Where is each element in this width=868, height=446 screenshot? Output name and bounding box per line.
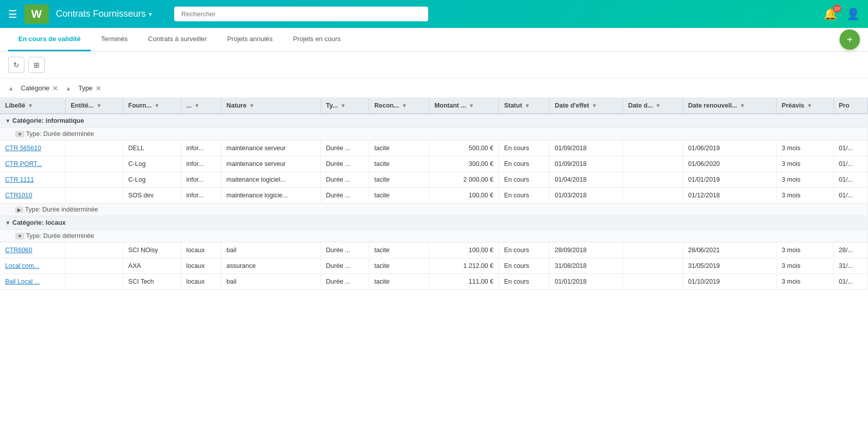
col-nature: Nature ▼ (221, 98, 320, 114)
cell-entite (66, 172, 123, 188)
cell-nature: bail (221, 274, 320, 290)
cell-nature: maintenance serveur (221, 141, 320, 156)
filter-extra-icon[interactable]: ▼ (194, 102, 200, 109)
cell-recon: tacite (369, 156, 429, 172)
cell-pro: 31/... (833, 258, 868, 274)
filter-chip-type-close[interactable]: ✕ (95, 85, 102, 92)
cell-type: Durée ... (320, 156, 369, 172)
filter-preavis-icon[interactable]: ▼ (807, 102, 813, 109)
cell-libelle[interactable]: Local com... (0, 258, 66, 274)
col-recon: Recon... ▼ (369, 98, 429, 114)
notification-icon[interactable]: 🔔 10 (823, 8, 837, 21)
cell-fournisseur: C-Log (123, 156, 181, 172)
cell-libelle[interactable]: CTR 565610 (0, 141, 66, 156)
subgroup-toggle-icon[interactable]: ▶ (15, 207, 23, 213)
cell-pro: 01/... (833, 172, 868, 188)
col-date-d: Date d... ▼ (623, 98, 683, 114)
table-header-row: Libellé ▼ Entité... ▼ Fourn... ▼ (0, 98, 868, 114)
cell-date-renouv: 01/06/2020 (683, 156, 776, 172)
cell-date-effet: 01/04/2018 (550, 172, 623, 188)
filter-type-icon[interactable]: ▼ (340, 102, 346, 109)
cell-statut: En cours (499, 156, 550, 172)
dropdown-arrow-icon[interactable]: ▾ (149, 11, 152, 18)
subgroup-toggle-icon[interactable]: ▼ (15, 233, 24, 239)
table-row: CTR 565610DELLinfor...maintenance serveu… (0, 141, 868, 156)
user-icon[interactable]: 👤 (846, 8, 860, 21)
cell-libelle[interactable]: CTR1010 (0, 188, 66, 203)
cell-type: Durée ... (320, 172, 369, 188)
cell-fournisseur: SCI Tech (123, 274, 181, 290)
export-button[interactable]: ⊞ (28, 57, 45, 73)
tab-termines[interactable]: Terminés (91, 28, 138, 51)
cell-nature: bail (221, 243, 320, 258)
filter-chip-type[interactable]: Type ✕ (76, 83, 104, 93)
tab-en-cours[interactable]: En cours de validité (8, 28, 91, 51)
cell-type: Durée ... (320, 243, 369, 258)
filter-montant-icon[interactable]: ▼ (469, 102, 474, 109)
search-input[interactable] (174, 7, 428, 21)
col-extra: ... ▼ (181, 98, 221, 114)
cell-recon: tacite (369, 188, 429, 203)
cell-preavis: 3 mois (777, 274, 833, 290)
cell-fournisseur: C-Log (123, 172, 181, 188)
cell-date-renouv: 01/10/2019 (683, 274, 776, 290)
cell-libelle[interactable]: CTR PORT... (0, 156, 66, 172)
cell-nature: assurance (221, 258, 320, 274)
filter-date-effet-icon[interactable]: ▼ (592, 102, 597, 109)
table-container: Libellé ▼ Entité... ▼ Fourn... ▼ (0, 98, 868, 446)
contracts-table: Libellé ▼ Entité... ▼ Fourn... ▼ (0, 98, 868, 290)
cell-date-effet: 28/09/2018 (550, 243, 623, 258)
filter-libelle-icon[interactable]: ▼ (28, 102, 34, 109)
cell-preavis: 3 mois (777, 243, 833, 258)
filter-row: ▲ Catégorie ✕ ▲ Type ✕ (0, 79, 868, 98)
cell-date-d (623, 243, 683, 258)
group-toggle-icon[interactable]: ▼ (5, 220, 11, 226)
header: ☰ W Contrats Fournisseurs ▾ 🔔 10 👤 (0, 0, 868, 28)
cell-libelle[interactable]: Bail Local ... (0, 274, 66, 290)
filter-date-renouv-icon[interactable]: ▼ (740, 102, 745, 109)
tab-annules[interactable]: Projets annulés (217, 28, 283, 51)
filter-entite-icon[interactable]: ▼ (96, 102, 102, 109)
filter-nature-icon[interactable]: ▼ (249, 102, 254, 109)
filter-chip-categorie[interactable]: Catégorie ✕ (19, 83, 60, 93)
refresh-button[interactable]: ↻ (8, 57, 24, 73)
cell-montant: 100,00 € (429, 188, 499, 203)
cell-libelle[interactable]: CTR 1111 (0, 172, 66, 188)
cell-montant: 1 212,00 € (429, 258, 499, 274)
cell-entite (66, 141, 123, 156)
table-row: CTR PORT...C-Loginfor...maintenance serv… (0, 156, 868, 172)
hamburger-menu-icon[interactable]: ☰ (8, 8, 17, 20)
filter-statut-icon[interactable]: ▼ (525, 102, 530, 109)
tab-bar: En cours de validité Terminés Contrats à… (0, 28, 868, 52)
tab-surveiller[interactable]: Contrats à surveiller (138, 28, 217, 51)
cell-extra: infor... (181, 172, 221, 188)
add-fab-button[interactable]: + (840, 29, 860, 50)
logo: W (24, 5, 49, 24)
filter-chip-categorie-close[interactable]: ✕ (52, 85, 58, 92)
cell-statut: En cours (499, 258, 550, 274)
cell-libelle[interactable]: CTR6060 (0, 243, 66, 258)
cell-date-d (623, 172, 683, 188)
cell-montant: 500,00 € (429, 141, 499, 156)
cell-entite (66, 274, 123, 290)
col-libelle: Libellé ▼ (0, 98, 66, 114)
cell-entite (66, 243, 123, 258)
cell-preavis: 3 mois (777, 156, 833, 172)
subgroup-row: ▼ Type: Durée déterminée (0, 128, 868, 141)
cell-date-renouv: 01/06/2019 (683, 141, 776, 156)
cell-recon: tacite (369, 243, 429, 258)
col-date-effet: Date d'effet ▼ (550, 98, 623, 114)
group-toggle-icon[interactable]: ▼ (5, 118, 11, 124)
filter-date-d-icon[interactable]: ▼ (655, 102, 661, 109)
notification-badge: 10 (833, 5, 841, 13)
cell-date-effet: 01/09/2018 (550, 141, 623, 156)
group-row: ▼ Catégorie: informatique (0, 114, 868, 128)
cell-entite (66, 156, 123, 172)
tab-en-cours-proj[interactable]: Projets en cours (283, 28, 351, 51)
filter-fournisseur-icon[interactable]: ▼ (154, 102, 159, 109)
filter-recon-icon[interactable]: ▼ (402, 102, 407, 109)
subgroup-toggle-icon[interactable]: ▼ (15, 131, 24, 138)
cell-statut: En cours (499, 243, 550, 258)
cell-date-effet: 01/01/2018 (550, 274, 623, 290)
cell-extra: locaux (181, 274, 221, 290)
